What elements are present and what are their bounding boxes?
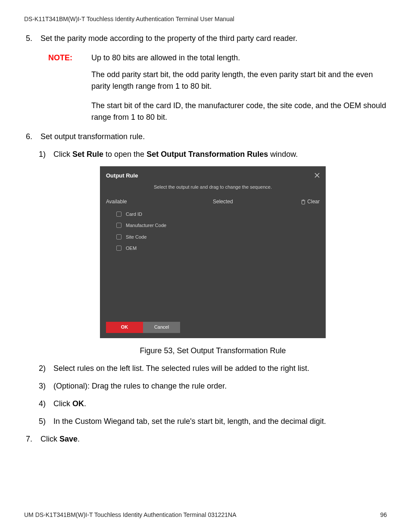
substep-1: 1) Click Set Rule to open the Set Output… [39, 149, 387, 160]
figure-53: Output Rule Select the output rule and d… [39, 166, 387, 357]
dialog-subtitle: Select the output rule and drag to chang… [100, 184, 326, 191]
page-footer: UM DS-K1T341BM(W)I-T Touchless Identity … [24, 511, 387, 518]
cancel-button[interactable]: Cancel [143, 322, 180, 333]
substep-number: 3) [39, 380, 53, 392]
svg-rect-2 [302, 201, 305, 204]
substep-number: 5) [39, 416, 53, 427]
step-number: 6. [24, 131, 40, 143]
page-content: 5. Set the parity mode according to the … [24, 33, 387, 445]
clear-button[interactable]: Clear [301, 198, 320, 205]
page-header: DS-K11T341BM(W)I-T Touchless Identity Au… [24, 16, 387, 22]
close-icon[interactable] [314, 171, 320, 181]
substep-number: 2) [39, 363, 53, 374]
item-label: OEM [126, 245, 137, 252]
step-number: 5. [24, 33, 40, 44]
trash-icon [301, 199, 305, 204]
figure-caption: Figure 53, Set Output Transformation Rul… [39, 345, 387, 357]
note-label: NOTE: [24, 52, 91, 64]
checkbox-icon[interactable] [116, 246, 121, 251]
substeps: 1) Click Set Rule to open the Set Output… [24, 149, 387, 427]
step-7: 7. Click Save. [24, 433, 387, 445]
checkbox-icon[interactable] [116, 234, 121, 240]
substep-2: 2) Select rules on the left list. The se… [39, 363, 387, 374]
substep-number: 4) [39, 398, 53, 410]
available-item-card-id[interactable]: Card ID [116, 211, 213, 218]
available-label: Available [106, 198, 127, 205]
note-row: NOTE: Up to 80 bits are allowed in the t… [24, 52, 387, 64]
note-body-line2: The odd parity start bit, the odd parity… [24, 69, 387, 92]
selected-list[interactable] [213, 211, 320, 301]
selected-column: Selected Clear [213, 198, 320, 301]
checkbox-icon[interactable] [116, 212, 121, 217]
available-item-site-code[interactable]: Site Code [116, 233, 213, 241]
substep-3: 3) (Optional): Drag the rules to change … [39, 380, 387, 392]
available-column: Available Card ID [106, 198, 213, 301]
dialog-title: Output Rule [106, 171, 138, 180]
note-body-line1: Up to 80 bits are allowed in the total l… [91, 52, 387, 64]
step-5: 5. Set the parity mode according to the … [24, 33, 387, 44]
substep-body: Click Set Rule to open the Set Output Tr… [53, 149, 298, 160]
substep-body: Click OK. [53, 398, 86, 410]
step-body: Set output transformation rule. [40, 131, 387, 143]
step-body: Click Save. [40, 433, 387, 445]
clear-label: Clear [307, 198, 320, 205]
substep-number: 1) [39, 149, 53, 160]
step-number: 7. [24, 433, 40, 445]
step-6: 6. Set output transformation rule. [24, 131, 387, 143]
output-rule-dialog: Output Rule Select the output rule and d… [100, 166, 326, 338]
available-item-oem[interactable]: OEM [116, 245, 213, 252]
selected-label: Selected [213, 198, 233, 205]
note-body-line3: The start bit of the card ID, the manufa… [24, 100, 387, 123]
checkbox-icon[interactable] [116, 223, 121, 228]
substep-body: In the Custom Wiegand tab, set the rule'… [53, 416, 326, 427]
footer-left: UM DS-K1T341BM(W)I-T Touchless Identity … [24, 511, 237, 518]
item-label: Site Code [126, 233, 146, 241]
substep-body: (Optional): Drag the rules to change the… [53, 380, 227, 392]
ok-button[interactable]: OK [106, 322, 143, 333]
substep-5: 5) In the Custom Wiegand tab, set the ru… [39, 416, 387, 427]
footer-page-number: 96 [380, 511, 387, 518]
available-list: Card ID Manufacturer Code Site Code [106, 211, 213, 252]
item-label: Manufacturer Code [126, 222, 166, 229]
step-body: Set the parity mode according to the pro… [40, 33, 387, 44]
substep-body: Select rules on the left list. The selec… [53, 363, 309, 374]
available-item-manufacturer-code[interactable]: Manufacturer Code [116, 222, 213, 229]
item-label: Card ID [126, 211, 142, 218]
substep-4: 4) Click OK. [39, 398, 387, 410]
